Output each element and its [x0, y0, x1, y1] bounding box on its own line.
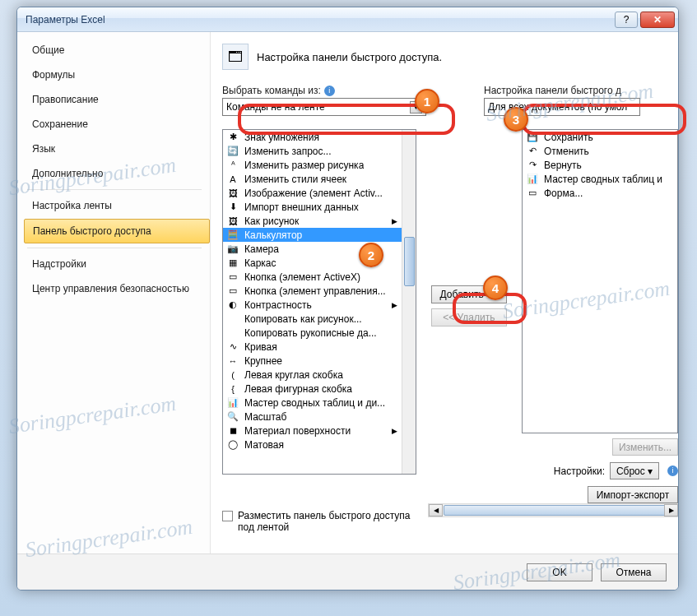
command-icon: ↶	[526, 145, 539, 158]
scrollbar-horizontal[interactable]: ◀ ▶	[428, 503, 678, 517]
list-item[interactable]: ⬇Импорт внешних данных	[223, 200, 416, 214]
info-icon[interactable]: i	[667, 465, 678, 476]
cancel-button[interactable]: Отмена	[601, 563, 667, 581]
command-icon: ◼	[226, 424, 239, 438]
list-item[interactable]: ▭Форма...	[523, 186, 677, 200]
command-icon: 🖼	[226, 215, 239, 228]
info-icon[interactable]: i	[324, 86, 335, 96]
sidebar-item-ribbon[interactable]: Настройка ленты	[24, 194, 210, 217]
scrollbar-thumb[interactable]	[404, 237, 415, 286]
list-item-label: Форма...	[544, 188, 583, 199]
command-icon: 🧮	[226, 229, 239, 242]
command-icon: {	[226, 382, 239, 396]
list-item-label: Изменить запрос...	[244, 146, 332, 157]
list-item[interactable]: 📊Мастер сводных таблиц и	[523, 172, 677, 186]
list-item[interactable]: 📷Камера	[223, 242, 416, 256]
list-item[interactable]: 📊Мастер сводных таблиц и ди...	[223, 396, 416, 410]
list-item-label: Мастер сводных таблиц и ди...	[244, 397, 385, 409]
list-item[interactable]: ◐Контрастность▶	[223, 298, 416, 312]
list-item-label: Масштаб	[244, 411, 286, 423]
list-item[interactable]: ✱Знак умножения	[223, 130, 416, 144]
sidebar-item-general[interactable]: Общие	[24, 39, 210, 62]
list-item[interactable]: 💾Сохранить	[523, 130, 677, 144]
list-item-label: Левая фигурная скобка	[244, 383, 352, 395]
command-icon: ✱	[226, 131, 239, 144]
list-item-label: Как рисунок	[244, 215, 299, 227]
sidebar-item-trust[interactable]: Центр управления безопасностью	[24, 277, 210, 300]
list-item-label: Мастер сводных таблиц и	[544, 174, 662, 185]
reset-button[interactable]: Сброс ▾	[610, 462, 659, 479]
list-item[interactable]: 🔍Масштаб	[223, 410, 416, 424]
ok-button[interactable]: OK	[527, 563, 592, 581]
step-badge-4: 4	[483, 276, 508, 300]
titlebar[interactable]: Параметры Excel ? ✕	[17, 7, 678, 32]
scrollbar-thumb[interactable]	[444, 505, 678, 516]
close-icon: ✕	[653, 14, 662, 25]
qat-icon: 🗔	[222, 44, 249, 70]
remove-button[interactable]: << Удалить	[431, 308, 507, 327]
list-item-label: Изменить размер рисунка	[244, 160, 364, 171]
sidebar-item-addins[interactable]: Надстройки	[24, 252, 210, 276]
sidebar-item-formulas[interactable]: Формулы	[24, 63, 210, 86]
scrollbar-vertical[interactable]	[402, 130, 416, 474]
list-item[interactable]: ↶Отменить	[523, 144, 677, 158]
step-badge-3: 3	[504, 107, 528, 132]
list-item[interactable]: {Левая фигурная скобка	[223, 382, 416, 396]
list-item[interactable]: ∿Кривая	[223, 340, 416, 354]
list-item[interactable]: ▭Кнопка (элемент ActiveX)	[223, 270, 416, 284]
list-item-label: Материал поверхности	[244, 425, 351, 437]
list-item[interactable]: ↔Крупнее	[223, 354, 416, 368]
close-button[interactable]: ✕	[640, 12, 675, 28]
list-item-label: Левая круглая скобка	[244, 369, 343, 381]
list-item-label: Сохранить	[544, 132, 593, 143]
command-icon: ᴬ	[226, 159, 239, 172]
list-item[interactable]: Копировать рукописные да...	[223, 326, 416, 340]
choose-commands-dropdown[interactable]: Команды не на ленте ▼	[222, 98, 426, 116]
available-commands-list[interactable]: ✱Знак умножения🔄Изменить запрос...ᴬИзмен…	[222, 129, 416, 475]
list-item[interactable]: (Левая круглая скобка	[223, 368, 416, 382]
list-item[interactable]: ▦Каркас	[223, 256, 416, 270]
command-icon: 🖼	[226, 187, 239, 200]
show-below-ribbon-checkbox[interactable]	[222, 511, 233, 521]
sidebar-item-proofing[interactable]: Правописание	[24, 88, 210, 111]
list-item[interactable]: AИзменить стили ячеек	[223, 172, 416, 186]
list-item-label: Копировать рукописные да...	[244, 327, 377, 339]
list-item[interactable]: Копировать как рисунок...	[223, 312, 416, 326]
command-icon: ▭	[226, 285, 239, 298]
list-item[interactable]: ◯Матовая	[223, 438, 416, 452]
list-item[interactable]: ▭Кнопка (элемент управления...	[223, 284, 416, 298]
list-item-label: Кнопка (элемент ActiveX)	[244, 271, 360, 283]
list-item[interactable]: 🧮Калькулятор	[223, 228, 416, 242]
command-icon: 🔍	[226, 410, 239, 424]
list-item[interactable]: ↷Вернуть	[523, 158, 677, 172]
help-icon: ?	[624, 14, 630, 25]
scroll-left-icon[interactable]: ◀	[429, 504, 443, 516]
list-item[interactable]: ◼Материал поверхности▶	[223, 424, 416, 438]
list-item-label: Вернуть	[544, 160, 582, 171]
list-item-label: Изменить стили ячеек	[244, 174, 346, 185]
modify-button[interactable]: Изменить...	[612, 438, 678, 456]
scroll-right-icon[interactable]: ▶	[664, 504, 678, 516]
sidebar-item-advanced[interactable]: Дополнительно	[24, 162, 210, 185]
list-item[interactable]: 🔄Изменить запрос...	[223, 144, 416, 158]
sidebar-item-save[interactable]: Сохранение	[24, 113, 210, 136]
sidebar: Общие Формулы Правописание Сохранение Яз…	[17, 32, 211, 553]
list-item[interactable]: 🖼Изображение (элемент Activ...	[223, 186, 416, 200]
list-item-label: Кнопка (элемент управления...	[244, 285, 386, 297]
list-item[interactable]: ᴬИзменить размер рисунка	[223, 158, 416, 172]
command-icon: ▭	[226, 271, 239, 284]
list-item[interactable]: 🖼Как рисунок▶	[223, 214, 416, 228]
command-icon	[226, 327, 239, 340]
sidebar-item-qat[interactable]: Панель быстрого доступа	[24, 219, 210, 243]
dialog-footer: OK Отмена	[17, 553, 678, 590]
help-button[interactable]: ?	[615, 12, 638, 28]
import-export-button[interactable]: Импорт-экспорт	[588, 486, 678, 503]
sidebar-item-language[interactable]: Язык	[24, 137, 210, 160]
command-icon: 📊	[226, 396, 239, 410]
list-item-label: Импорт внешних данных	[244, 201, 359, 213]
customizations-label: Настройки:	[554, 465, 605, 477]
qat-commands-list[interactable]: 💾Сохранить↶Отменить↷Вернуть📊Мастер сводн…	[522, 129, 678, 433]
sidebar-separator	[27, 248, 202, 248]
list-item-label: Крупнее	[244, 355, 282, 367]
list-item-label: Изображение (элемент Activ...	[244, 188, 383, 199]
